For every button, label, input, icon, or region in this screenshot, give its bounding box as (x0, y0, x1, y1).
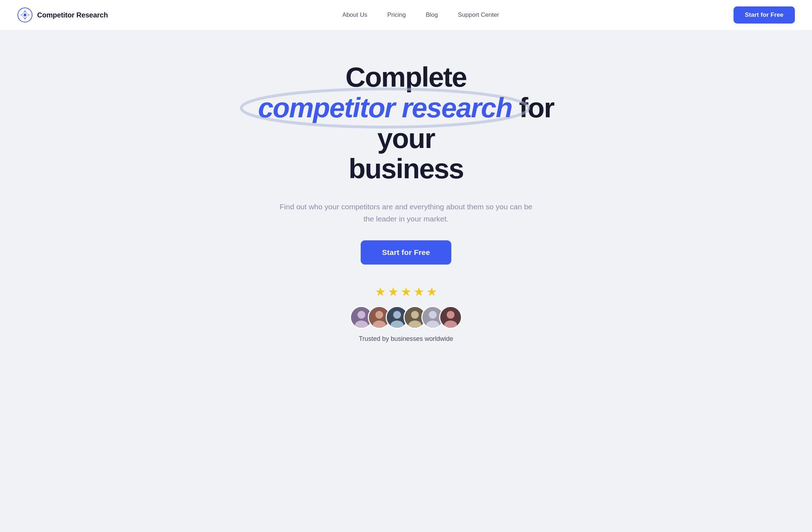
stars-row: ★ ★ ★ ★ ★ (375, 285, 437, 299)
hero-subtitle: Find out who your competitors are and ev… (278, 201, 534, 225)
brand-logo-link[interactable]: Competitor Research (17, 7, 108, 23)
nav-link-pricing[interactable]: Pricing (387, 11, 406, 18)
svg-marker-3 (20, 13, 24, 17)
star-1: ★ (375, 285, 386, 299)
svg-marker-2 (23, 16, 27, 20)
star-3: ★ (401, 285, 411, 299)
navbar-links: About Us Pricing Blog Support Center (342, 11, 499, 19)
hero-title: Complete competitor research for your bu… (245, 62, 567, 184)
svg-point-5 (24, 14, 26, 16)
nav-link-support[interactable]: Support Center (458, 11, 499, 18)
hero-title-italic: competitor research (258, 92, 512, 123)
nav-link-about-us[interactable]: About Us (342, 11, 367, 18)
svg-marker-4 (26, 13, 30, 17)
star-5: ★ (426, 285, 437, 299)
avatars-row (350, 306, 462, 329)
star-4: ★ (413, 285, 424, 299)
brand-name: Competitor Research (37, 11, 108, 19)
svg-point-11 (375, 311, 383, 319)
nav-link-blog[interactable]: Blog (426, 11, 438, 18)
svg-point-23 (447, 311, 455, 319)
svg-marker-1 (23, 10, 27, 14)
hero-cta-button[interactable]: Start for Free (361, 240, 452, 265)
hero-title-line3: business (245, 154, 567, 184)
svg-point-14 (393, 311, 401, 319)
hero-section: Complete competitor research for your bu… (0, 30, 812, 364)
hero-title-line2: competitor research for your (245, 93, 567, 154)
navbar: Competitor Research About Us Pricing Blo… (0, 0, 812, 30)
highlight-wrapper: competitor research (258, 93, 512, 123)
avatar-6 (439, 306, 462, 329)
svg-point-8 (357, 311, 365, 319)
star-2: ★ (388, 285, 399, 299)
navbar-cta-button[interactable]: Start for Free (734, 6, 795, 24)
trusted-text: Trusted by businesses worldwide (359, 335, 453, 343)
svg-point-20 (429, 311, 437, 319)
svg-point-17 (411, 311, 419, 319)
brand-logo-icon (17, 7, 33, 23)
